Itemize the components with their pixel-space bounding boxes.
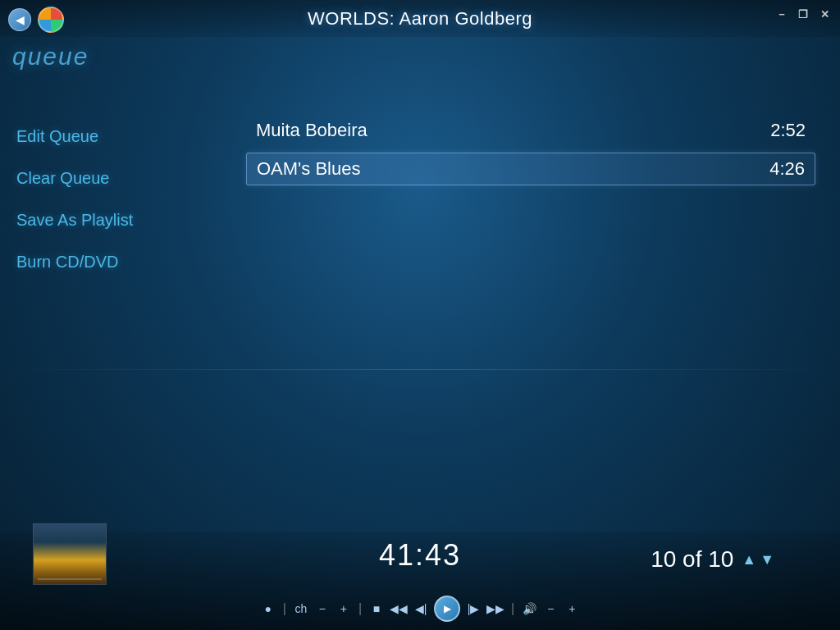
track-name: OAM's Blues bbox=[257, 158, 360, 180]
top-left-controls: ◀ bbox=[8, 7, 64, 33]
wave-decoration bbox=[0, 369, 840, 370]
sidebar-item-save-as-playlist[interactable]: Save As Playlist bbox=[16, 211, 133, 230]
volume-minus-button[interactable]: − bbox=[542, 602, 559, 615]
divider2: | bbox=[358, 601, 362, 616]
track-nav-arrows: ▲ ▼ bbox=[742, 551, 774, 568]
app-title: WORLDS: Aaron Goldberg bbox=[308, 8, 532, 30]
window-controls: − ❐ ✕ bbox=[774, 8, 832, 20]
back-button[interactable]: ◀ bbox=[8, 8, 31, 31]
volume-icon: 🔊 bbox=[521, 602, 537, 615]
ch-minus-button[interactable]: − bbox=[314, 602, 331, 615]
volume-plus-button[interactable]: + bbox=[564, 602, 580, 615]
elapsed-time: 41:43 bbox=[379, 538, 461, 573]
bottom-area: 41:43 10 of 10 ▲ ▼ ● | ch − + | ■ ◀◀ ◀| … bbox=[0, 532, 840, 630]
sidebar-menu: Edit Queue Clear Queue Save As Playlist … bbox=[16, 127, 133, 272]
album-art-image bbox=[34, 524, 106, 584]
album-art[interactable] bbox=[33, 523, 107, 585]
track-duration: 2:52 bbox=[770, 120, 806, 141]
main-content: Muita Bobeira 2:52 OAM's Blues 4:26 bbox=[246, 115, 815, 185]
divider: | bbox=[283, 601, 286, 616]
prev-button[interactable]: ◀| bbox=[413, 602, 429, 615]
stop-button[interactable]: ■ bbox=[368, 602, 385, 615]
next-track-arrow[interactable]: ▼ bbox=[760, 551, 774, 568]
next-button[interactable]: |▶ bbox=[465, 602, 482, 615]
track-duration: 4:26 bbox=[769, 158, 805, 180]
title-bar: WORLDS: Aaron Goldberg − ❐ ✕ bbox=[0, 0, 840, 37]
divider3: | bbox=[511, 601, 514, 616]
transport-bar: ● | ch − + | ■ ◀◀ ◀| ▶ |▶ ▶▶ | 🔊 − + bbox=[0, 596, 840, 622]
play-button[interactable]: ▶ bbox=[434, 596, 460, 622]
table-row[interactable]: OAM's Blues 4:26 bbox=[246, 153, 815, 185]
restore-button[interactable]: ❐ bbox=[796, 8, 810, 20]
close-button[interactable]: ✕ bbox=[817, 8, 832, 20]
sidebar-item-edit-queue[interactable]: Edit Queue bbox=[16, 127, 133, 146]
queue-label: queue bbox=[12, 43, 89, 71]
rewind-button[interactable]: ◀◀ bbox=[390, 602, 408, 615]
sidebar-item-clear-queue[interactable]: Clear Queue bbox=[16, 169, 133, 188]
sidebar-item-burn-cd-dvd[interactable]: Burn CD/DVD bbox=[16, 253, 133, 272]
track-counter: 10 of 10 ▲ ▼ bbox=[651, 546, 774, 573]
minimize-button[interactable]: − bbox=[774, 8, 789, 20]
prev-track-arrow[interactable]: ▲ bbox=[742, 551, 756, 568]
track-list: Muita Bobeira 2:52 OAM's Blues 4:26 bbox=[246, 115, 815, 185]
windows-logo[interactable] bbox=[38, 7, 64, 33]
record-button[interactable]: ● bbox=[260, 602, 276, 615]
table-row[interactable]: Muita Bobeira 2:52 bbox=[246, 115, 815, 146]
ch-label: ch bbox=[293, 602, 309, 615]
ch-plus-button[interactable]: + bbox=[336, 602, 352, 615]
track-name: Muita Bobeira bbox=[256, 120, 368, 141]
track-counter-label: 10 of 10 bbox=[651, 546, 733, 573]
fast-forward-button[interactable]: ▶▶ bbox=[486, 602, 504, 615]
